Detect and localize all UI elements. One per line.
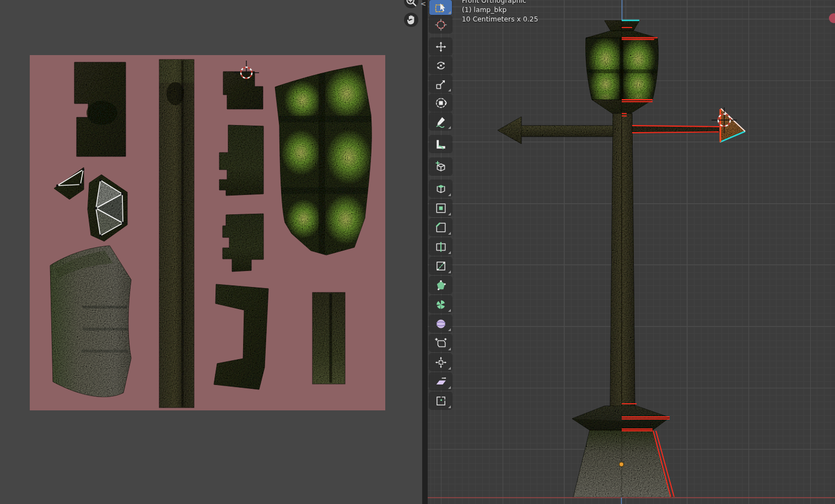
- hand-icon: [405, 14, 417, 26]
- inset-icon: [435, 202, 447, 214]
- cursor-3d-icon: [435, 19, 447, 31]
- select-box-icon: [435, 2, 447, 14]
- tool-select-box[interactable]: [429, 0, 452, 15]
- tool-move[interactable]: [429, 38, 452, 55]
- submenu-corner-indicator: [448, 367, 451, 370]
- tool-poly-build[interactable]: [429, 277, 452, 294]
- extrude-icon: [435, 183, 447, 195]
- add-cube-icon: [435, 161, 447, 173]
- uv-island-side-strip[interactable]: [313, 292, 345, 384]
- lamp-arm-left-shaft[interactable]: [521, 126, 613, 137]
- scale-icon: [435, 78, 447, 90]
- shrink-fatten-icon: [435, 356, 447, 368]
- submenu-corner-indicator: [448, 405, 451, 408]
- rotate-icon: [435, 59, 447, 72]
- transform-icon: [435, 97, 447, 109]
- tool-edge-slide[interactable]: [429, 334, 452, 351]
- rip-icon: [435, 395, 447, 407]
- submenu-corner-indicator: [448, 213, 451, 215]
- tool-transform[interactable]: [429, 94, 452, 111]
- tool-shrink-fatten[interactable]: [429, 354, 452, 371]
- edge-slide-icon: [435, 337, 447, 349]
- tool-cursor[interactable]: [429, 16, 452, 33]
- tool-knife[interactable]: [429, 257, 452, 274]
- spin-icon: [435, 299, 447, 311]
- submenu-corner-indicator: [448, 348, 451, 350]
- object-origin-dot[interactable]: [619, 462, 624, 467]
- move-icon: [435, 41, 447, 53]
- active-object-label: (1) lamp_bkp: [462, 6, 538, 15]
- uv-island-pole-strip[interactable]: [159, 59, 194, 408]
- viewport-scene[interactable]: [428, 0, 835, 504]
- measure-icon: [435, 138, 447, 150]
- shear-icon: [435, 376, 447, 388]
- magnifier-plus-icon: [405, 0, 417, 7]
- submenu-corner-indicator: [448, 11, 451, 14]
- tool-smooth[interactable]: [429, 315, 452, 332]
- uv-editor-canvas[interactable]: [30, 55, 385, 410]
- scene-canvas[interactable]: [0, 0, 835, 504]
- annotate-icon: [435, 116, 447, 128]
- tool-inset-faces[interactable]: [429, 199, 452, 216]
- loop-cut-icon: [435, 241, 447, 253]
- tool-add-cube[interactable]: [429, 158, 452, 175]
- lamp-arm-left-arrowhead[interactable]: [498, 117, 521, 144]
- submenu-corner-indicator: [448, 232, 451, 235]
- viewport-toolbar: [429, 0, 452, 419]
- submenu-corner-indicator: [448, 126, 451, 129]
- tool-shear[interactable]: [429, 373, 452, 390]
- tool-bevel[interactable]: [429, 219, 452, 236]
- submenu-corner-indicator: [448, 270, 451, 273]
- blender-window: Front Orthographic (1) lamp_bkp 10 Centi…: [0, 0, 835, 504]
- bevel-icon: [435, 221, 447, 234]
- knife-icon: [435, 260, 447, 272]
- tool-extrude-region[interactable]: [429, 180, 452, 197]
- tool-spin[interactable]: [429, 296, 452, 313]
- submenu-corner-indicator: [448, 328, 451, 331]
- tool-scale[interactable]: [429, 75, 452, 93]
- tool-annotate[interactable]: [429, 113, 452, 130]
- tool-measure[interactable]: [429, 136, 452, 153]
- grid-scale-label: 10 Centimeters x 0.25: [462, 15, 538, 24]
- tool-rip-region[interactable]: [429, 392, 452, 409]
- tool-rotate[interactable]: [429, 57, 452, 74]
- sidebar-toggle-arrow[interactable]: <: [419, 0, 427, 8]
- smooth-icon: [435, 318, 447, 330]
- axis-gizmo-ball[interactable]: [829, 13, 835, 23]
- lamp-pole[interactable]: [610, 113, 635, 408]
- view-orientation-label: Front Orthographic: [462, 0, 538, 6]
- viewport-header-text: Front Orthographic (1) lamp_bkp 10 Centi…: [462, 0, 538, 24]
- pan-gizmo-button[interactable]: [404, 13, 418, 27]
- submenu-corner-indicator: [448, 89, 451, 91]
- poly-build-icon: [435, 279, 447, 291]
- tool-loop-cut[interactable]: [429, 238, 452, 255]
- submenu-corner-indicator: [448, 193, 451, 196]
- submenu-corner-indicator: [448, 309, 451, 312]
- submenu-corner-indicator: [448, 386, 451, 389]
- zoom-gizmo-button[interactable]: [404, 0, 418, 8]
- submenu-corner-indicator: [448, 251, 451, 254]
